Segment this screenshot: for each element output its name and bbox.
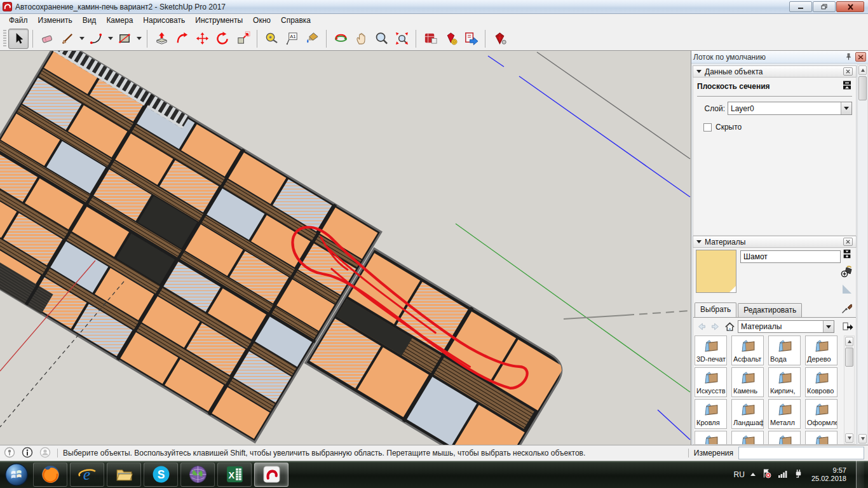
restore-button[interactable] xyxy=(813,1,836,12)
taskbar-app-globe[interactable] xyxy=(180,463,215,487)
display-pane-icon[interactable] xyxy=(842,249,852,261)
collection-dropdown-arrow[interactable] xyxy=(823,321,834,332)
material-folder[interactable]: Коврово xyxy=(805,367,837,397)
material-folder[interactable]: 3D-печат xyxy=(695,336,727,365)
taskbar-app-ie[interactable]: e xyxy=(70,463,104,487)
collection-combobox[interactable]: Материалы xyxy=(738,320,834,333)
tray-header[interactable]: Лоток по умолчанию xyxy=(691,51,868,64)
entity-info-header[interactable]: Данные объекта xyxy=(693,65,857,78)
material-folder[interactable] xyxy=(768,431,801,444)
scroll-down-icon[interactable] xyxy=(858,434,867,444)
details-arrow-icon[interactable] xyxy=(842,321,853,332)
close-button[interactable] xyxy=(836,1,864,12)
tool-sendlayout-button[interactable] xyxy=(420,29,440,49)
tool-text-button[interactable]: A1 xyxy=(281,29,302,49)
hidden-icons-chevron[interactable] xyxy=(750,473,756,476)
clock[interactable]: 9:57 25.02.2018 xyxy=(809,466,846,483)
tool-arc-button[interactable] xyxy=(86,29,106,49)
material-folder[interactable]: Камень xyxy=(731,367,764,397)
scroll-up-icon[interactable] xyxy=(858,65,867,75)
hidden-checkbox[interactable] xyxy=(703,123,712,132)
minimize-button[interactable] xyxy=(789,1,812,12)
menu-item-2[interactable]: Вид xyxy=(78,15,102,26)
default-material-icon[interactable] xyxy=(841,283,853,297)
start-button[interactable] xyxy=(4,462,29,487)
tab-edit[interactable]: Редактировать xyxy=(738,303,802,317)
taskbar-app-excel[interactable]: X xyxy=(217,463,252,487)
menu-item-4[interactable]: Нарисовать xyxy=(138,15,190,26)
menu-item-3[interactable]: Камера xyxy=(101,15,138,26)
language-indicator[interactable]: RU xyxy=(734,470,745,479)
materials-grid-scrollbar[interactable] xyxy=(844,336,855,444)
materials-close-button[interactable] xyxy=(843,238,853,246)
material-folder[interactable] xyxy=(805,431,837,444)
tool-orbit-button[interactable] xyxy=(330,29,351,49)
layer-combobox[interactable]: Layer0 xyxy=(728,102,852,115)
toggle-details-icon[interactable] xyxy=(842,80,852,92)
scroll-up-icon[interactable] xyxy=(845,337,853,346)
material-folder[interactable]: Оформле xyxy=(805,399,837,429)
material-folder[interactable]: Вода xyxy=(768,336,801,365)
tool-stylebuilder-button[interactable] xyxy=(440,29,461,49)
tool-scale-button[interactable] xyxy=(233,29,253,49)
tool-pushpull-button[interactable] xyxy=(151,29,172,49)
material-folder[interactable]: Дерево xyxy=(805,336,837,365)
materials-header[interactable]: Материалы xyxy=(693,236,857,248)
measurements-input[interactable] xyxy=(738,447,864,459)
scroll-thumb[interactable] xyxy=(858,76,867,100)
home-button[interactable] xyxy=(724,321,735,332)
material-folder[interactable]: Асфальт xyxy=(731,336,764,365)
tab-select[interactable]: Выбрать xyxy=(695,302,736,317)
tool-rectangle-button[interactable] xyxy=(114,29,135,49)
show-desktop-button[interactable] xyxy=(856,461,864,488)
pin-icon[interactable] xyxy=(843,52,853,62)
menu-item-7[interactable]: Справка xyxy=(276,15,316,26)
power-icon[interactable] xyxy=(794,469,803,480)
toolbar-grip[interactable] xyxy=(3,30,6,48)
tool-move-button[interactable] xyxy=(192,29,212,49)
material-folder[interactable]: Кровля xyxy=(695,399,727,429)
material-folder[interactable]: Кирпич, xyxy=(768,367,801,397)
taskbar-app-firefox[interactable] xyxy=(33,463,67,487)
menu-item-0[interactable]: Файл xyxy=(4,15,33,26)
tool-tape-button[interactable] xyxy=(261,29,281,49)
back-button[interactable] xyxy=(696,321,707,332)
material-folder[interactable]: Искусств xyxy=(695,367,727,397)
scroll-down-icon[interactable] xyxy=(845,433,853,443)
action-center-icon[interactable] xyxy=(761,468,772,480)
layer-dropdown-arrow[interactable] xyxy=(841,102,851,114)
network-icon[interactable] xyxy=(778,469,788,480)
tool-paint-button[interactable] xyxy=(302,29,322,49)
tool-zoom-button[interactable] xyxy=(371,29,391,49)
forward-button[interactable] xyxy=(710,321,721,332)
tool-line-dropdown[interactable] xyxy=(78,29,86,49)
material-name-input[interactable] xyxy=(740,250,841,263)
taskbar-app-skype[interactable]: S xyxy=(144,463,178,487)
material-folder[interactable] xyxy=(695,431,727,444)
menu-item-6[interactable]: Окно xyxy=(248,15,276,26)
tool-line-button[interactable] xyxy=(57,29,78,49)
tool-rubyconsole-button[interactable] xyxy=(489,29,510,49)
material-folder[interactable]: Ландшаф xyxy=(731,399,764,429)
taskbar-app-sketchup[interactable] xyxy=(254,463,288,487)
tool-eraser-button[interactable] xyxy=(37,29,57,49)
tool-arc-dropdown[interactable] xyxy=(106,29,114,49)
tray-close-button[interactable] xyxy=(855,52,866,62)
material-folder[interactable] xyxy=(731,431,764,444)
tool-rotate-button[interactable] xyxy=(212,29,233,49)
entity-info-close-button[interactable] xyxy=(843,67,853,76)
tray-scrollbar[interactable] xyxy=(857,64,868,445)
scroll-thumb[interactable] xyxy=(845,348,853,367)
tool-zoomextents-button[interactable] xyxy=(391,29,412,49)
tool-pan-button[interactable] xyxy=(351,29,371,49)
active-material-swatch[interactable] xyxy=(696,250,736,293)
geolocation-icon[interactable] xyxy=(4,447,15,460)
taskbar-app-explorer[interactable] xyxy=(107,463,141,487)
tool-select-button[interactable] xyxy=(8,29,29,49)
create-material-icon[interactable] xyxy=(841,265,853,280)
material-folder[interactable]: Металл xyxy=(768,399,801,429)
tool-exportimage-button[interactable] xyxy=(461,29,481,49)
tool-followme-button[interactable] xyxy=(172,29,192,49)
tool-rectangle-dropdown[interactable] xyxy=(135,29,143,49)
menu-item-1[interactable]: Изменить xyxy=(33,15,78,26)
